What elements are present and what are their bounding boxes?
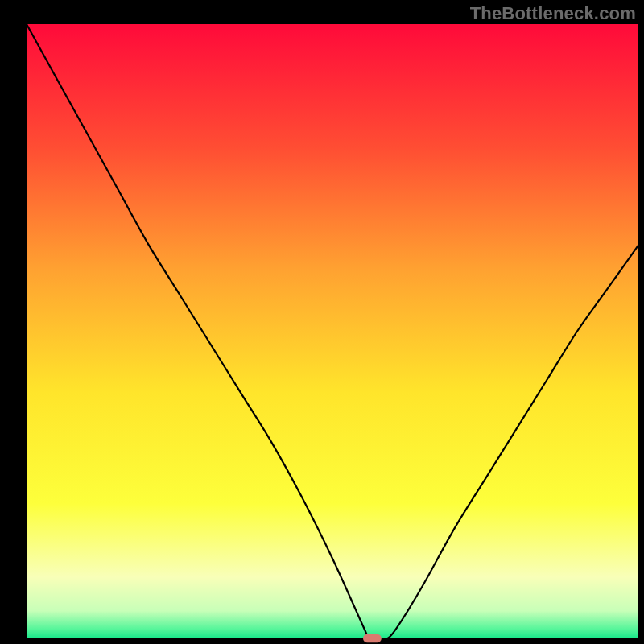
- chart-frame: TheBottleneck.com: [0, 0, 644, 644]
- plot-background: [27, 24, 638, 638]
- watermark-text: TheBottleneck.com: [470, 3, 636, 24]
- optimal-marker: [363, 634, 382, 643]
- bottleneck-chart: [0, 0, 644, 644]
